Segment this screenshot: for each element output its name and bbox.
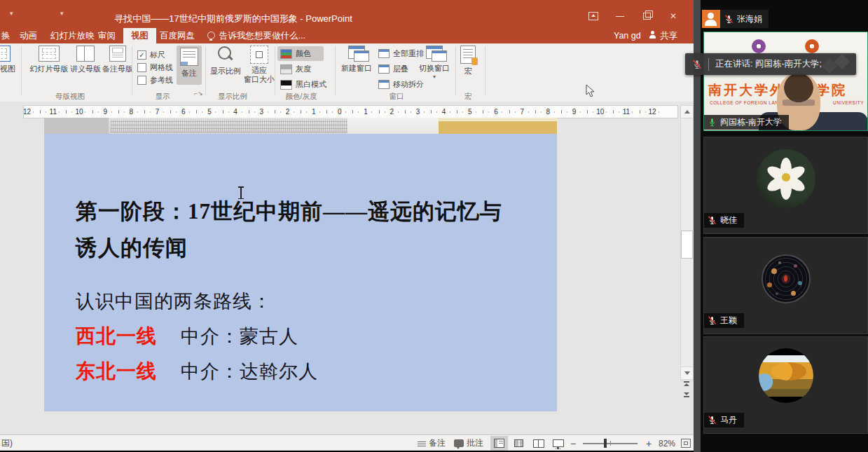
speaking-text: 正在讲话: 阎国栋-南开大学;: [715, 58, 822, 70]
scrollbar-thumb[interactable]: [681, 231, 693, 259]
divider: [708, 58, 709, 71]
share-label: 共享: [660, 31, 677, 41]
normal-view-button[interactable]: [490, 436, 508, 451]
slide-sorter-view-button[interactable]: [510, 436, 528, 451]
tab-baidu-netdisk[interactable]: 百度网盘: [160, 28, 195, 43]
participant-header[interactable]: 张海娟: [702, 10, 769, 28]
zoom-slider-thumb[interactable]: [604, 439, 607, 448]
grayscale-button[interactable]: 灰度: [277, 62, 324, 76]
ruler-tick-number: 0: [326, 106, 352, 118]
fit-window-icon: [250, 46, 268, 64]
video-tile[interactable]: 王颖: [703, 237, 868, 334]
tab-transitions-partial[interactable]: 换: [1, 28, 11, 43]
fit-to-window-icon: [681, 439, 691, 448]
tab-slideshow[interactable]: 幻灯片放映: [50, 28, 95, 43]
next-slide-button[interactable]: [682, 392, 691, 397]
group-separator: [455, 46, 456, 95]
account-name[interactable]: Yan gd: [614, 28, 641, 43]
new-window-button[interactable]: 新建窗口: [339, 46, 374, 74]
window-title: 寻找中国——17世纪中期前俄罗斯的中国形象 - PowerPoint: [0, 13, 467, 25]
comment-bubble-icon: [454, 439, 464, 447]
route2-red-text: 东北一线: [76, 360, 157, 382]
notes-toggle-button[interactable]: 备注: [177, 46, 202, 85]
ribbon-display-options-button[interactable]: [581, 8, 605, 24]
participant-name: 马丹: [720, 414, 737, 426]
ruler-tick-number: 3: [249, 106, 275, 118]
notes-toggle[interactable]: 备注: [418, 435, 446, 451]
text-cursor-ibeam: [240, 187, 242, 198]
participant-name: 王颖: [720, 315, 737, 327]
tab-animations[interactable]: 动画: [20, 28, 37, 43]
ruler-tick-number: 5: [457, 106, 483, 118]
university-emblem-icon: [752, 39, 766, 53]
zoom-percentage[interactable]: 82%: [659, 435, 675, 451]
restore-button[interactable]: [635, 8, 659, 24]
mouse-cursor: [586, 84, 595, 98]
slide-title[interactable]: 第一阶段：17世纪中期前——遥远的记忆与 诱人的传闻: [76, 193, 538, 266]
group-label-zoom: 显示比例: [214, 92, 251, 102]
video-tile-speaker[interactable]: 南开大学外国语学院 COLLEGE OF FOREIGN LANG UNIVER…: [703, 32, 868, 131]
horizontal-ruler[interactable]: 1211109876543210123456789101112: [23, 105, 678, 118]
ruler-tick-number: 5: [196, 106, 222, 118]
slide-master-icon: [39, 46, 60, 62]
planets-avatar: [762, 254, 811, 303]
slideshow-view-button[interactable]: [549, 436, 567, 451]
magnifier-icon: [216, 46, 235, 64]
video-tile[interactable]: 马丹: [703, 336, 868, 434]
slide-master-button[interactable]: 幻灯片母版: [28, 46, 70, 74]
share-button[interactable]: 共享: [649, 28, 677, 43]
close-button[interactable]: ✕: [661, 8, 685, 24]
slideshow-icon: [553, 439, 564, 447]
ruler-tick-number: 9: [561, 106, 587, 118]
triangle-down-icon: [684, 371, 690, 375]
notes-master-button[interactable]: 备注母版: [101, 46, 135, 74]
tell-me-box[interactable]: 告诉我您想要做什么...: [207, 28, 305, 43]
mic-muted-icon: [724, 15, 733, 24]
ribbon-tab-row: 换 动画 幻灯片放映 审阅 视图 百度网盘 告诉我您想要做什么... Yan g…: [0, 28, 694, 43]
language-indicator-partial: 国): [1, 435, 13, 451]
ruler-tick-number: 3: [405, 106, 431, 118]
previous-slide-button[interactable]: [682, 381, 691, 386]
cascade-button[interactable]: 层叠: [378, 62, 408, 76]
mic-muted-icon: [692, 60, 702, 69]
checkbox-empty-icon: [137, 63, 146, 72]
switch-windows-button[interactable]: 切换窗口 ▾: [416, 46, 453, 80]
minimize-button[interactable]: —: [608, 8, 632, 24]
video-tile[interactable]: 晓佳: [703, 137, 868, 234]
comments-toggle[interactable]: 批注: [454, 435, 483, 451]
guides-checkbox[interactable]: 参考线: [137, 73, 173, 88]
handout-master-icon: [76, 46, 95, 62]
banner-english-right: UNIVERSITY: [833, 100, 864, 105]
mic-muted-icon: [708, 216, 717, 225]
tab-review[interactable]: 审阅: [98, 28, 116, 43]
handout-master-button[interactable]: 讲义母版: [69, 46, 102, 74]
ruler-numbers: 1211109876543210123456789101112: [23, 106, 666, 118]
reading-view-button[interactable]: [530, 436, 547, 451]
fit-to-window-button[interactable]: 适应窗口大小: [244, 46, 275, 84]
zoom-button[interactable]: 显示比例: [207, 46, 244, 76]
fit-slide-to-window-button[interactable]: [681, 435, 691, 451]
scroll-up-button[interactable]: [680, 105, 694, 118]
slide-canvas[interactable]: 第一阶段：17世纪中期前——遥远的记忆与 诱人的传闻 认识中国的两条路线： 西北…: [44, 134, 557, 411]
zoom-out-button[interactable]: −: [570, 435, 576, 451]
now-speaking-banner: 正在讲话: 阎国栋-南开大学;: [685, 53, 856, 75]
normal-view-icon: [494, 439, 504, 448]
slide-workspace: 1211109876543210123456789101112 第一阶段：17世…: [0, 102, 694, 434]
slide-body-text[interactable]: 认识中国的两条路线： 西北一线中介：蒙古人 东北一线中介：达斡尔人: [76, 285, 538, 389]
slide-top-edge-image: [44, 118, 557, 134]
dialog-launcher-icon[interactable]: ⌐↘: [194, 90, 203, 97]
scroll-down-button[interactable]: [680, 367, 694, 380]
black-white-button[interactable]: 黑白模式: [277, 77, 333, 92]
ruler-tick-number: 12: [640, 106, 666, 118]
macros-button[interactable]: 宏: [457, 46, 479, 76]
ruler-tick-number: 8: [535, 106, 561, 118]
zoom-in-button[interactable]: +: [646, 435, 652, 451]
zoom-slider-notch: [610, 441, 611, 446]
notes-icon: [180, 48, 198, 66]
arrange-all-icon: [378, 49, 390, 58]
color-button[interactable]: 颜色: [277, 46, 324, 61]
tab-view[interactable]: 视图: [123, 28, 156, 43]
switch-windows-icon: [426, 46, 443, 59]
building-photo: [439, 118, 557, 134]
reading-view-button-partial[interactable]: 阅读视图: [0, 46, 18, 74]
